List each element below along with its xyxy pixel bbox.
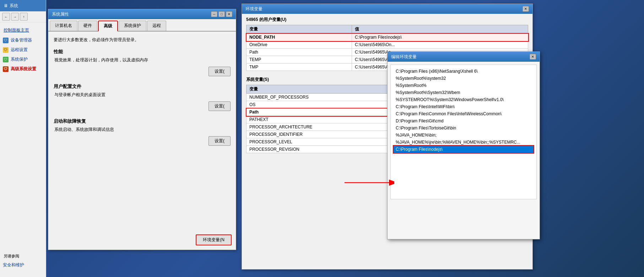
system-icon: 🖥 [4,3,8,8]
tabs-bar: 计算机名 硬件 高级 系统保护 远程 [48,19,236,32]
startup-recovery-title: 启动和故障恢复 [54,118,231,124]
edit-env-list-item-8[interactable]: C:\Program Files\TortoiseGit\bin [394,124,534,132]
edit-env-close-button[interactable]: ✕ [530,54,536,60]
tab-system-protection[interactable]: 系统保护 [119,21,146,31]
tab-remote[interactable]: 远程 [147,21,166,31]
sidebar-nav: ← → ↑ [0,11,46,22]
security-link-label: 安全和维护 [3,262,24,268]
edit-env-title: 编辑环境变量 [391,54,417,60]
tab-advanced[interactable]: 高级 [98,21,118,32]
sidebar-item-advanced-system[interactable]: 🛡 高级系统设置 [0,64,46,74]
user-var-name: Path [247,49,352,56]
system-var-header: 变量 [247,85,410,94]
env-vars-titlebar: 环境变量 ✕ [242,4,532,14]
edit-env-list-item-10[interactable]: %JAVA_HOME%\jre\bin;%MAVEN_HOME%\bin;;%S… [394,139,534,146]
performance-section: 性能 视觉效果，处理器计划，内存使用，以及虚拟内存 设置( [54,49,231,76]
control-panel-home-link[interactable]: 控制面板主页 [0,25,46,35]
startup-recovery-desc: 系统启动、系统故障和调试信息 [54,127,231,133]
performance-settings-button[interactable]: 设置( [209,67,231,76]
env-vars-button[interactable]: 环境变量(N [196,234,232,245]
shield-green-icon: 🛡 [3,57,9,62]
edit-env-list-item-1[interactable]: %SystemRoot%\system32 [394,75,534,82]
user-vars-title: 54965 的用户变量(U) [246,17,528,23]
user-profile-title: 用户配置文件 [54,83,231,90]
red-arrow-indicator [345,177,394,190]
system-var-name: PROCESSOR_IDENTIFIER [247,131,410,138]
sidebar-item-label: 远程设置 [11,47,28,53]
system-var-name: PROCESSOR_LEVEL [247,138,410,146]
user-var-value: C:\Program Files\nodejs\ [352,34,528,41]
tab-computer-name[interactable]: 计算机名 [50,21,77,31]
sidebar-header: 🖥 系统 [0,0,46,11]
system-var-name: PROCESSOR_REVISION [247,146,410,153]
admin-note: 要进行大多数更改，你必须作为管理员登录。 [54,37,231,43]
system-var-name: PATHEXT [247,116,410,123]
edit-env-list-item-2[interactable]: %SystemRoot% [394,82,534,89]
sidebar-item-system-protection[interactable]: 🛡 系统保护 [0,55,46,64]
system-var-name: NUMBER_OF_PROCESSORS [247,94,410,101]
sys-props-title: 系统属性 [52,11,69,17]
edit-env-list-item-3[interactable]: %SystemRoot%\System32\Wbem [394,89,534,96]
control-panel-sidebar: 🖥 系统 ← → ↑ 控制面板主页 🛡 设备管理器 🛡 远程设置 🛡 系统保护 … [0,0,46,277]
minimize-button[interactable]: ─ [211,11,217,17]
sidebar-item-remote-settings[interactable]: 🛡 远程设置 [0,45,46,55]
edit-env-list-item-selected[interactable]: C:\Program Files\nodejs\ [394,146,534,153]
edit-env-list-item-0[interactable]: C:\Program Files (x86)\NetSarang\Xshell … [394,68,534,75]
system-var-name: Path [247,109,410,116]
performance-title: 性能 [54,49,231,55]
nav-up-button[interactable]: ↑ [20,13,28,21]
user-var-row-onedrive[interactable]: OneDrive C:\Users\54965\On... [247,41,528,49]
also-see-label: 另请参阅 [0,249,46,260]
env-vars-title: 环境变量 [245,6,263,12]
shield-blue-icon: 🛡 [3,38,9,43]
system-var-name: OS [247,101,410,109]
user-var-header: 变量 [247,25,352,34]
tab-hardware[interactable]: 硬件 [78,21,97,31]
user-profile-settings-button[interactable]: 设置( [209,101,231,111]
sidebar-title: 系统 [10,3,18,9]
edit-env-list-item-7[interactable]: D:\Program Files\Git\cmd [394,117,534,124]
nav-forward-button[interactable]: → [11,13,19,21]
edit-env-list-item-4[interactable]: %SYSTEMROOT%\System32\WindowsPowerShell\… [394,96,534,103]
shield-red-icon: 🛡 [3,66,9,72]
user-profile-section: 用户配置文件 与登录帐户相关的桌面设置 设置( [54,83,231,111]
maximize-button[interactable]: □ [218,11,225,17]
startup-recovery-section: 启动和故障恢复 系统启动、系统故障和调试信息 设置( [54,118,231,146]
user-var-row-node-path[interactable]: NODE_PATH C:\Program Files\nodejs\ [247,34,528,41]
user-var-name: TMP [247,63,352,71]
shield-yellow-icon: 🛡 [3,47,9,53]
env-window-controls: ✕ [523,6,529,12]
sys-props-titlebar: 系统属性 ─ □ ✕ [48,9,236,19]
edit-env-list-item-5[interactable]: C:\Program Files\Intel\WiFi\bin\ [394,103,534,110]
edit-env-list[interactable]: C:\Program Files (x86)\NetSarang\Xshell … [390,65,537,199]
user-profile-desc: 与登录帐户相关的桌面设置 [54,92,231,98]
system-properties-window: 系统属性 ─ □ ✕ 计算机名 硬件 高级 系统保护 远程 要进行大多数更改，你… [48,9,236,250]
system-var-name: PROCESSOR_ARCHITECTURE [247,123,410,131]
startup-recovery-settings-button[interactable]: 设置( [209,136,231,146]
close-button[interactable]: ✕ [226,11,232,17]
window-controls: ─ □ ✕ [211,11,232,17]
performance-desc: 视觉效果，处理器计划，内存使用，以及虚拟内存 [54,57,231,63]
sidebar-item-label: 系统保护 [11,56,28,62]
edit-env-popup: 编辑环境变量 ✕ C:\Program Files (x86)\NetSaran… [387,51,540,239]
edit-env-titlebar: 编辑环境变量 ✕ [388,52,540,62]
edit-env-list-item-9[interactable]: %JAVA_HOME%\bin; [394,132,534,139]
user-var-value: C:\Users\54965\On... [352,41,528,49]
user-var-name: OneDrive [247,41,352,49]
user-val-header: 值 [352,25,528,34]
sidebar-item-label: 设备管理器 [11,37,32,43]
env-close-button[interactable]: ✕ [523,6,529,12]
sidebar-item-label: 高级系统设置 [11,66,36,72]
user-var-name: NODE_PATH [247,34,352,41]
sidebar-item-device-manager[interactable]: 🛡 设备管理器 [0,35,46,45]
edit-env-list-item-6[interactable]: C:\Program Files\Common Files\Intel\Wire… [394,110,534,117]
security-link[interactable]: 安全和维护 [0,260,46,270]
user-var-name: TEMP [247,56,352,63]
sys-props-content: 要进行大多数更改，你必须作为管理员登录。 性能 视觉效果，处理器计划，内存使用，… [48,32,236,157]
edit-env-window-controls: ✕ [530,54,536,60]
nav-back-button[interactable]: ← [2,13,10,21]
